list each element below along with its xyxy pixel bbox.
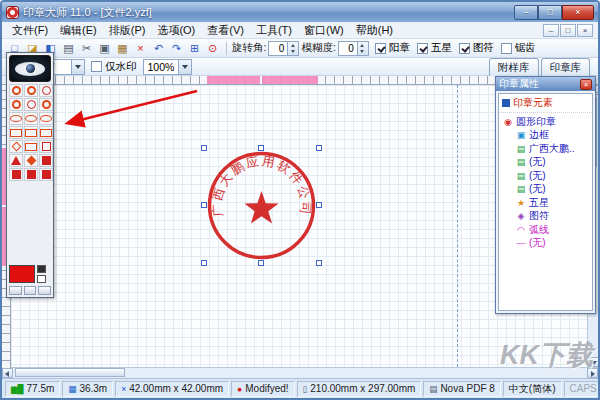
minimize-button[interactable]: – xyxy=(514,5,538,20)
selection-handle-e[interactable] xyxy=(316,202,322,208)
square-seal-icon[interactable] xyxy=(39,140,53,153)
ring-seal-icon[interactable] xyxy=(24,98,38,111)
rotate-value[interactable]: 0 xyxy=(269,42,287,55)
round-seal-icon[interactable] xyxy=(24,84,38,97)
ring-seal-icon[interactable] xyxy=(39,84,53,97)
tree-item[interactable]: — (无) xyxy=(501,237,590,251)
horizontal-scrollbar[interactable] xyxy=(2,367,598,378)
tree-item[interactable]: ◈ 图符 xyxy=(501,210,590,224)
menu-item[interactable]: 查看(V) xyxy=(202,22,249,39)
rect-seal-icon[interactable] xyxy=(24,140,38,153)
round-seal-icon[interactable] xyxy=(9,98,23,111)
scroll-thumb[interactable] xyxy=(15,368,125,377)
panel-close-button[interactable]: × xyxy=(580,79,592,90)
oval-seal-icon[interactable] xyxy=(9,112,23,125)
toolbar-checkbox[interactable]: 锯齿 xyxy=(501,41,536,55)
mdi-close-button[interactable]: × xyxy=(577,24,593,37)
delete-icon[interactable]: × xyxy=(132,40,149,56)
seal-size-indicator: × 42.00mm x 42.00mm xyxy=(115,381,229,397)
selection-handle-n[interactable] xyxy=(258,145,264,151)
chevron-down-icon[interactable] xyxy=(178,60,191,74)
selection-handle-nw[interactable] xyxy=(201,145,207,151)
scroll-left-icon[interactable] xyxy=(2,368,13,378)
maximize-button[interactable]: □ xyxy=(538,5,562,20)
toolbar-checkbox[interactable]: 图符 xyxy=(459,41,494,55)
oval-seal-icon[interactable] xyxy=(39,112,53,125)
palette-footer-button[interactable] xyxy=(38,286,51,295)
center-mark-icon[interactable]: ⊙ xyxy=(204,40,221,56)
menu-item[interactable]: 文件(F) xyxy=(7,22,53,39)
selection-handle-ne[interactable] xyxy=(316,145,322,151)
printer-indicator: ▤ Nova PDF 8 xyxy=(423,381,501,397)
tree-root-header[interactable]: 印章元素 xyxy=(499,94,592,113)
tree-item[interactable]: ▤ (无) xyxy=(501,169,590,183)
rect-seal-icon[interactable] xyxy=(9,126,23,139)
window-title: 印章大师 11.0 - [文件2.yzf] xyxy=(23,5,152,20)
palette-footer-button[interactable] xyxy=(9,286,22,295)
properties-title-bar[interactable]: 印章属性 × xyxy=(496,77,595,91)
round-seal-icon[interactable] xyxy=(9,84,23,97)
square-solid-icon[interactable] xyxy=(39,168,53,181)
tree-item[interactable]: ▣ 边框 xyxy=(501,129,590,143)
spin-down-icon[interactable] xyxy=(288,48,298,55)
zoom-select[interactable]: 100% xyxy=(143,59,193,75)
round-seal-icon[interactable] xyxy=(39,98,53,111)
library-tab-button[interactable]: 附样库 xyxy=(489,58,539,76)
menu-item[interactable]: 工具(T) xyxy=(251,22,297,39)
oval-seal-icon[interactable] xyxy=(24,112,38,125)
toolbar-checkbox[interactable]: 五星 xyxy=(417,41,452,55)
undo-icon[interactable]: ↶ xyxy=(150,40,167,56)
current-color-swatch[interactable] xyxy=(9,265,35,283)
tree-item[interactable]: ▤ (无) xyxy=(501,156,590,170)
rect-seal-icon[interactable] xyxy=(39,126,53,139)
chevron-down-icon[interactable] xyxy=(71,60,84,74)
mdi-restore-button[interactable]: □ xyxy=(560,24,576,37)
blur-value[interactable]: 0 xyxy=(339,42,357,55)
selection-handle-s[interactable] xyxy=(258,260,264,266)
rotate-spinner[interactable]: 0 xyxy=(268,41,299,56)
toolbar-checkbox[interactable]: 阳章 xyxy=(375,41,410,55)
rect-seal-icon[interactable] xyxy=(24,126,38,139)
diamond-solid-icon[interactable] xyxy=(24,154,38,167)
white-color-swatch[interactable] xyxy=(37,275,46,283)
square-solid-icon[interactable] xyxy=(24,168,38,181)
black-color-swatch[interactable] xyxy=(37,265,46,273)
close-button[interactable]: × xyxy=(562,5,594,20)
tree-item[interactable]: ◉ 圆形印章 xyxy=(501,115,590,129)
scroll-down-icon[interactable] xyxy=(588,357,599,367)
copy-icon[interactable]: ▣ xyxy=(96,40,113,56)
cut-icon[interactable]: ✂ xyxy=(78,40,95,56)
mdi-minimize-button[interactable]: – xyxy=(543,24,559,37)
selection-handle-se[interactable] xyxy=(316,260,322,266)
scroll-track[interactable] xyxy=(13,368,587,378)
menu-item[interactable]: 帮助(H) xyxy=(351,22,398,39)
square-solid-icon[interactable] xyxy=(9,168,23,181)
mdi-window-controls: – □ × xyxy=(543,24,593,37)
tree-item[interactable]: ▤ (无) xyxy=(501,183,590,197)
library-tab-button[interactable]: 印章库 xyxy=(541,58,591,76)
watermark-checkbox[interactable]: 仅水印 xyxy=(91,60,137,74)
tree-item[interactable]: ★ 五星 xyxy=(501,196,590,210)
spin-down-icon[interactable] xyxy=(358,48,368,55)
paste-icon[interactable]: ▦ xyxy=(114,40,131,56)
menu-item[interactable]: 排版(P) xyxy=(104,22,151,39)
lock-indicators: CAPSNUMSCRL xyxy=(564,381,600,397)
menu-item[interactable]: 窗口(W) xyxy=(299,22,349,39)
square-solid-icon[interactable] xyxy=(39,154,53,167)
scroll-right-icon[interactable] xyxy=(587,368,598,378)
seal-object[interactable]: 广西大鹏应用软件公司 xyxy=(204,148,319,263)
blur-spinner[interactable]: 0 xyxy=(338,41,369,56)
grid-icon[interactable]: ⊞ xyxy=(186,40,203,56)
input-language[interactable]: 中文(简体) xyxy=(503,381,562,397)
redo-icon[interactable]: ↷ xyxy=(168,40,185,56)
tree-item[interactable]: ◠ 弧线 xyxy=(501,223,590,237)
tree-item[interactable]: ▤ 广西大鹏.. xyxy=(501,142,590,156)
triangle-seal-icon[interactable] xyxy=(9,154,23,167)
diamond-seal-icon[interactable] xyxy=(9,140,23,153)
menu-item[interactable]: 选项(O) xyxy=(152,22,200,39)
selection-handle-sw[interactable] xyxy=(201,260,207,266)
selection-handle-w[interactable] xyxy=(201,202,207,208)
palette-footer-button[interactable] xyxy=(24,286,37,295)
print-icon[interactable]: ▤ xyxy=(60,40,77,56)
menu-item[interactable]: 编辑(E) xyxy=(55,22,102,39)
